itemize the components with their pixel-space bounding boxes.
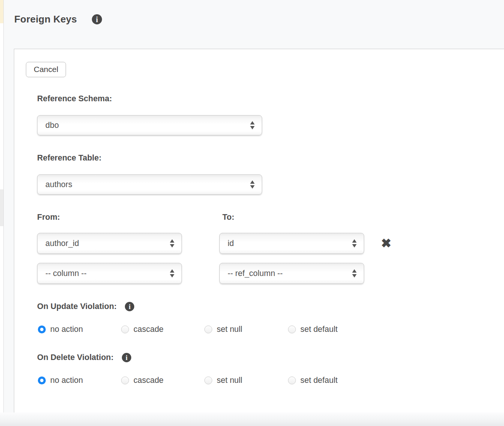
- reference-table-label: Reference Table:: [37, 153, 102, 163]
- info-icon[interactable]: i: [92, 14, 102, 24]
- select-arrows-icon: [352, 269, 357, 278]
- radio-unselected-icon[interactable]: [121, 376, 129, 384]
- radio-option-no-action[interactable]: no action: [38, 325, 83, 334]
- radio-selected-icon[interactable]: [38, 376, 46, 384]
- add-to-column-placeholder: -- ref_column --: [228, 269, 283, 278]
- to-column-select[interactable]: id: [219, 233, 364, 254]
- radio-unselected-icon[interactable]: [204, 376, 212, 384]
- from-column-select[interactable]: author_id: [37, 233, 182, 254]
- radio-option-set-default[interactable]: set default: [288, 325, 338, 334]
- select-arrows-icon: [250, 180, 255, 189]
- radio-label: set null: [217, 376, 242, 385]
- radio-unselected-icon[interactable]: [288, 376, 296, 384]
- radio-unselected-icon[interactable]: [121, 326, 129, 333]
- radio-selected-icon[interactable]: [38, 326, 46, 333]
- select-arrows-icon: [170, 239, 174, 248]
- radio-label: cascade: [134, 325, 164, 334]
- reference-schema-label: Reference Schema:: [37, 94, 112, 104]
- on-update-violation-label: On Update Violation: i: [37, 302, 134, 311]
- on-update-violation-text: On Update Violation:: [37, 302, 117, 311]
- edge-strip-cream-block: [0, 0, 3, 23]
- reference-table-value: authors: [45, 180, 72, 189]
- reference-schema-select[interactable]: dbo: [37, 115, 262, 135]
- footer-gradient-bar: [0, 412, 504, 426]
- info-icon[interactable]: i: [125, 302, 134, 311]
- on-delete-radio-group: no action cascade set null set default: [38, 376, 375, 387]
- remove-mapping-icon[interactable]: ✖: [381, 237, 392, 249]
- on-delete-violation-text: On Delete Violation:: [37, 353, 114, 362]
- page-title-row: Foreign Keys i: [14, 14, 102, 25]
- foreign-keys-page: Foreign Keys i Cancel Reference Schema: …: [0, 0, 504, 426]
- radio-label: no action: [50, 376, 83, 385]
- cancel-button[interactable]: Cancel: [26, 62, 66, 77]
- on-delete-violation-label: On Delete Violation: i: [37, 353, 131, 362]
- on-update-radio-group: no action cascade set null set default: [38, 325, 375, 336]
- page-title: Foreign Keys: [14, 14, 77, 25]
- radio-option-set-null[interactable]: set null: [204, 376, 242, 385]
- radio-unselected-icon[interactable]: [204, 326, 212, 333]
- add-from-column-select[interactable]: -- column --: [37, 263, 182, 284]
- radio-option-set-null[interactable]: set null: [204, 325, 242, 334]
- foreign-key-editor-panel: Cancel Reference Schema: dbo Reference T…: [14, 49, 504, 412]
- radio-unselected-icon[interactable]: [288, 326, 296, 333]
- to-column-value: id: [228, 239, 234, 248]
- radio-option-cascade[interactable]: cascade: [121, 376, 164, 385]
- select-arrows-icon: [352, 239, 357, 248]
- reference-table-select[interactable]: authors: [37, 174, 262, 195]
- add-to-column-select[interactable]: -- ref_column --: [219, 263, 364, 284]
- from-label: From:: [37, 213, 60, 222]
- radio-option-set-default[interactable]: set default: [288, 376, 338, 385]
- select-arrows-icon: [250, 121, 255, 129]
- add-from-column-placeholder: -- column --: [45, 269, 87, 278]
- edge-strip-gray-block: [0, 189, 3, 226]
- to-label: To:: [222, 213, 234, 222]
- from-column-value: author_id: [45, 239, 79, 248]
- info-icon[interactable]: i: [122, 353, 131, 362]
- radio-label: set default: [300, 376, 338, 385]
- reference-schema-value: dbo: [45, 121, 59, 130]
- select-arrows-icon: [170, 269, 174, 278]
- radio-label: set default: [300, 325, 338, 334]
- radio-label: cascade: [134, 376, 164, 385]
- radio-option-no-action[interactable]: no action: [38, 376, 83, 385]
- radio-label: no action: [50, 325, 83, 334]
- radio-option-cascade[interactable]: cascade: [121, 325, 164, 334]
- background-edge-strip: [0, 0, 4, 426]
- radio-label: set null: [217, 325, 242, 334]
